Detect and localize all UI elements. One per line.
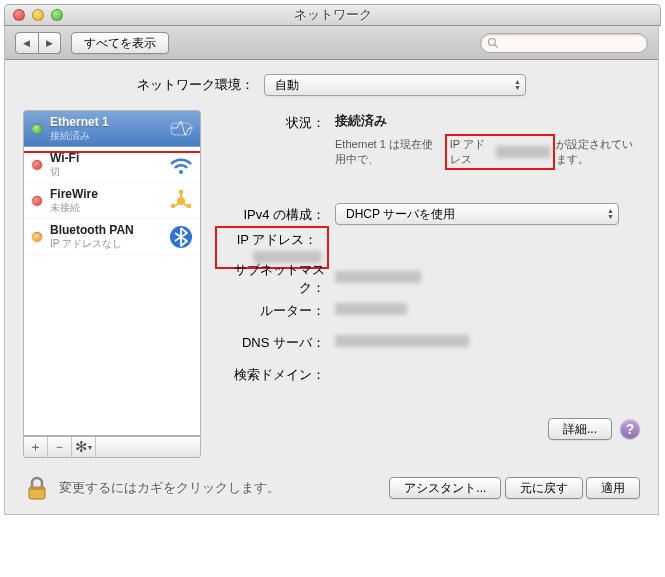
dns-server-value <box>335 335 469 347</box>
ipv4-config-value: DHCP サーバを使用 <box>346 206 455 223</box>
location-value: 自動 <box>275 77 299 94</box>
service-status: 接続済み <box>50 129 160 142</box>
sidebar-item-wifi[interactable]: Wi-Fi 切 <box>24 147 200 183</box>
nav-buttons: ◀ ▶ <box>15 32 61 54</box>
details-pane: 状況： 接続済み Ethernet 1 は現在使用中で、 IP アドレス が設定… <box>215 110 640 458</box>
bluetooth-icon <box>168 224 194 250</box>
ipv4-config-label: IPv4 の構成： <box>215 204 335 224</box>
router-value <box>335 303 407 315</box>
router-label: ルーター： <box>215 300 335 320</box>
wifi-icon <box>168 152 194 178</box>
dns-server-label: DNS サーバ： <box>215 332 335 352</box>
search-field[interactable] <box>480 33 648 53</box>
svg-point-7 <box>187 203 192 208</box>
svg-line-1 <box>495 44 498 47</box>
ip-address-label: IP アドレス： <box>237 232 318 247</box>
redacted-ip <box>496 146 549 158</box>
ipv4-config-popup[interactable]: DHCP サーバを使用 ▲▼ <box>335 203 619 225</box>
sidebar-action-menu[interactable]: ✻▾ <box>72 437 96 457</box>
service-name: FireWire <box>50 188 160 201</box>
ethernet-icon <box>168 116 194 142</box>
service-status: IP アドレスなし <box>50 237 160 250</box>
service-name: Ethernet 1 <box>50 116 160 129</box>
status-label: 状況： <box>215 112 335 170</box>
firewire-icon <box>168 188 194 214</box>
service-status: 未接続 <box>50 201 160 214</box>
svg-point-0 <box>489 38 496 45</box>
show-all-button[interactable]: すべてを表示 <box>71 32 169 54</box>
sidebar-toolbar: ＋ － ✻▾ <box>23 436 201 458</box>
lock-icon[interactable] <box>23 474 51 502</box>
ip-address-value <box>253 251 321 263</box>
search-domain-label: 検索ドメイン： <box>215 364 335 384</box>
service-status: 切 <box>50 165 160 178</box>
forward-button[interactable]: ▶ <box>39 32 62 54</box>
svg-rect-10 <box>29 487 45 490</box>
advanced-button[interactable]: 詳細... <box>548 418 612 440</box>
svg-point-4 <box>177 197 185 205</box>
location-label: ネットワーク環境： <box>137 76 254 94</box>
status-dot-icon <box>32 232 42 242</box>
remove-service-button[interactable]: － <box>48 437 72 457</box>
svg-point-6 <box>171 203 176 208</box>
status-description: Ethernet 1 は現在使用中で、 IP アドレス が設定されています。 <box>335 134 640 170</box>
subnet-mask-value <box>335 271 421 283</box>
window-title: ネットワーク <box>5 6 660 24</box>
help-button[interactable]: ? <box>620 419 640 439</box>
toolbar: ◀ ▶ すべてを表示 <box>5 26 658 60</box>
revert-button[interactable]: 元に戻す <box>505 477 583 499</box>
status-dot-icon <box>32 124 42 134</box>
location-popup[interactable]: 自動 ▲▼ <box>264 74 526 96</box>
status-value: 接続済み <box>335 113 387 128</box>
service-name: Bluetooth PAN <box>50 224 160 237</box>
svg-point-5 <box>179 189 184 194</box>
status-dot-icon <box>32 160 42 170</box>
sidebar-item-firewire[interactable]: FireWire 未接続 <box>24 183 200 219</box>
popup-arrows-icon: ▲▼ <box>508 79 521 91</box>
lock-message: 変更するにはカギをクリックします。 <box>59 479 280 497</box>
sidebar-item-ethernet[interactable]: Ethernet 1 接続済み <box>24 111 200 147</box>
search-icon <box>487 37 499 49</box>
subnet-mask-label: サブネットマスク： <box>215 259 335 297</box>
popup-arrows-icon: ▲▼ <box>601 208 614 220</box>
back-button[interactable]: ◀ <box>15 32 39 54</box>
window-titlebar: ネットワーク <box>4 4 661 26</box>
apply-button[interactable]: 適用 <box>586 477 640 499</box>
add-service-button[interactable]: ＋ <box>24 437 48 457</box>
status-dot-icon <box>32 196 42 206</box>
assistant-button[interactable]: アシスタント... <box>389 477 501 499</box>
sidebar-item-bluetooth[interactable]: Bluetooth PAN IP アドレスなし <box>24 219 200 255</box>
service-name: Wi-Fi <box>50 152 160 165</box>
services-sidebar: Ethernet 1 接続済み Wi-Fi 切 <box>23 110 201 436</box>
svg-point-3 <box>179 170 183 174</box>
